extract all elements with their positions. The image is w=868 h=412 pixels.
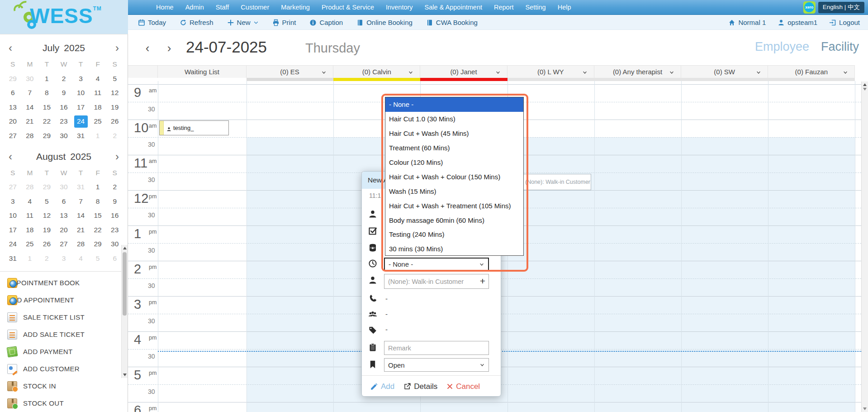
calendar-day-14[interactable]: 14 — [21, 100, 38, 115]
calendar-day-27[interactable]: 27 — [5, 129, 22, 143]
calendar-day-29[interactable]: 29 — [5, 72, 22, 86]
calendar-day-3[interactable]: 3 — [72, 72, 90, 86]
service-option-30-mins-30-mins[interactable]: 30 mins (30 Mins) — [385, 242, 523, 256]
column-header-0-any-therapist[interactable]: (0) Any therapist — [594, 65, 681, 78]
calendar-day-4[interactable]: 4 — [21, 194, 38, 209]
sidebar-item-add-sale-ticket[interactable]: ADD SALE TICKET — [0, 326, 128, 343]
calendar-day-28[interactable]: 28 — [21, 180, 38, 195]
calendar-day-8[interactable]: 8 — [89, 194, 106, 209]
calendar-day-27[interactable]: 27 — [55, 237, 72, 252]
column-header-0-janet[interactable]: (0) Janet — [420, 65, 507, 78]
toolbar-button-cwa-booking[interactable]: CWA Booking — [426, 19, 478, 26]
add-button[interactable]: Add — [370, 382, 394, 391]
tab-employee[interactable]: Employee — [755, 40, 809, 54]
nav-item-customer[interactable]: Customer — [241, 4, 269, 11]
calendar-day-31[interactable]: 31 — [72, 129, 90, 143]
calendar-day-22[interactable]: 22 — [89, 223, 106, 237]
calendar-day-30[interactable]: 30 — [106, 237, 123, 252]
scroll-down-icon[interactable] — [863, 88, 867, 91]
calendar-day-20[interactable]: 20 — [5, 115, 22, 129]
calendar-day-9[interactable]: 9 — [106, 194, 123, 209]
nav-item-marketing[interactable]: Marketing — [281, 4, 310, 11]
sidebar-item-appointment-book[interactable]: APPOINTMENT BOOK — [0, 274, 128, 292]
nav-item-product-service[interactable]: Product & Service — [322, 4, 374, 11]
calendar-day-28[interactable]: 28 — [21, 129, 38, 143]
calendar-next-button[interactable]: › — [110, 149, 124, 164]
calendar-day-7[interactable]: 7 — [21, 86, 38, 101]
calendar-day-19[interactable]: 19 — [106, 100, 123, 115]
chevron-down-icon[interactable] — [669, 70, 674, 75]
calendar-day-4[interactable]: 4 — [89, 72, 106, 86]
appointment-walkin[interactable]: (None): Walk-in Customer — [522, 174, 591, 190]
nav-item-setting[interactable]: Setting — [526, 4, 546, 11]
calendar-day-1[interactable]: 1 — [21, 251, 38, 266]
calendar-day-15[interactable]: 15 — [89, 209, 106, 223]
appointment-testing[interactable]: testing_ — [159, 120, 229, 135]
calendar-day-13[interactable]: 13 — [55, 209, 72, 223]
column-header-waiting-list[interactable]: Waiting List — [158, 65, 247, 78]
calendar-day-30[interactable]: 30 — [55, 180, 72, 195]
calendar-day-23[interactable]: 23 — [55, 115, 72, 129]
service-option-treatment-60-mins[interactable]: Treatment (60 Mins) — [385, 141, 523, 155]
sidebar-item-add-appointment[interactable]: ADD APPOINTMENT — [0, 292, 128, 309]
calendar-day-21[interactable]: 21 — [72, 223, 90, 237]
calendar-day-25[interactable]: 25 — [21, 237, 38, 252]
service-option-hair-cut-1-0-30-mins[interactable]: Hair Cut 1.0 (30 Mins) — [385, 112, 523, 126]
prev-day-button[interactable]: ‹ — [140, 40, 155, 56]
calendar-day-17[interactable]: 17 — [5, 223, 22, 237]
service-option-colour-120-mins[interactable]: Colour (120 Mins) — [385, 155, 523, 170]
sidebar-item-stock-out[interactable]: STOCK OUT — [0, 395, 128, 412]
next-day-button[interactable]: › — [161, 40, 177, 56]
calendar-day-12[interactable]: 12 — [106, 86, 123, 101]
calendar-day-5[interactable]: 5 — [106, 72, 123, 86]
calendar-prev-button[interactable]: ‹ — [4, 149, 17, 164]
sidebar-item-stock-in[interactable]: STOCK IN — [0, 378, 128, 395]
service-option-hair-cut-wash-treatment-105-mins[interactable]: Hair Cut + Wash + Treatment (105 Mins) — [385, 198, 523, 213]
language-switcher[interactable]: English | 中文 — [818, 2, 864, 13]
calendar-day-12[interactable]: 12 — [38, 209, 56, 223]
calendar-day-1[interactable]: 1 — [89, 129, 106, 143]
calendar-day-27[interactable]: 27 — [5, 180, 22, 195]
scroll-down-icon[interactable] — [123, 374, 127, 376]
toolbar-button-today[interactable]: Today — [138, 19, 166, 26]
nav-item-report[interactable]: Report — [494, 4, 514, 11]
chevron-down-icon[interactable] — [582, 70, 588, 75]
service-option-wash-15-mins[interactable]: Wash (15 Mins) — [385, 184, 523, 198]
nav-item-admin[interactable]: Admin — [185, 4, 204, 11]
calendar-day-5[interactable]: 5 — [89, 251, 106, 266]
calendar-day-22[interactable]: 22 — [38, 115, 56, 129]
toolbar-button-logout[interactable]: Logout — [829, 19, 860, 26]
calendar-day-18[interactable]: 18 — [21, 223, 38, 237]
calendar-day-18[interactable]: 18 — [89, 100, 106, 115]
calendar-day-26[interactable]: 26 — [106, 115, 123, 129]
calendar-day-25[interactable]: 25 — [89, 115, 106, 129]
calendar-day-7[interactable]: 7 — [72, 194, 90, 209]
calendar-day-31[interactable]: 31 — [5, 251, 22, 266]
nav-item-staff[interactable]: Staff — [216, 4, 229, 11]
scroll-up-icon[interactable] — [863, 83, 867, 86]
sidebar-item-sale-ticket-list[interactable]: SALE TICKET LIST — [0, 309, 128, 326]
calendar-day-2[interactable]: 2 — [55, 72, 72, 86]
sidebar-item-add-customer[interactable]: ADD CUSTOMER — [0, 360, 128, 378]
calendar-day-15[interactable]: 15 — [38, 100, 56, 115]
nav-item-inventory[interactable]: Inventory — [386, 4, 413, 11]
chevron-down-icon[interactable] — [321, 70, 327, 75]
column-header-0-calvin[interactable]: (0) Calvin — [333, 65, 420, 78]
calendar-day-11[interactable]: 11 — [21, 209, 38, 223]
calendar-day-13[interactable]: 13 — [5, 100, 22, 115]
calendar-day-23[interactable]: 23 — [106, 223, 123, 237]
scroll-up-icon[interactable] — [123, 247, 127, 249]
calendar-day-16[interactable]: 16 — [55, 100, 72, 115]
column-header-0-es[interactable]: (0) ES — [247, 65, 333, 78]
chevron-down-icon[interactable] — [756, 70, 761, 75]
calendar-day-6[interactable]: 6 — [5, 86, 22, 101]
chevron-down-icon[interactable] — [843, 70, 848, 75]
nav-item-home[interactable]: Home — [156, 4, 174, 11]
calendar-day-2[interactable]: 2 — [106, 180, 123, 195]
toolbar-button-refresh[interactable]: Refresh — [180, 19, 213, 26]
calendar-day-4[interactable]: 4 — [72, 251, 90, 266]
calendar-day-24[interactable]: 24 — [5, 237, 22, 252]
calendar-day-29[interactable]: 29 — [38, 180, 56, 195]
calendar-day-29[interactable]: 29 — [38, 129, 56, 143]
calendar-day-31[interactable]: 31 — [72, 180, 90, 195]
